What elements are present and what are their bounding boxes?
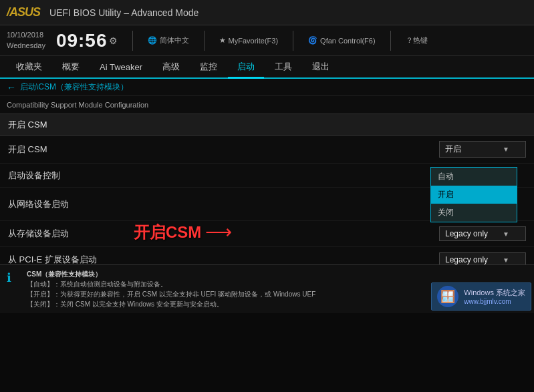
tab-ai-tweaker[interactable]: Ai Tweaker [90,58,152,76]
info-icon: ℹ [7,270,20,309]
section-header: 开启 CSM [0,114,534,136]
nav-tabs: 收藏夹 概要 Ai Tweaker 高级 监控 启动 工具 退出 [0,56,534,79]
setting-row-csm: 开启 CSM 开启 ▼ 自动 开启 关闭 [0,136,534,164]
watermark-title: Windows 系统之家 [464,288,525,298]
annotation-arrow-icon: ⟶ [205,221,232,243]
tab-tools[interactable]: 工具 [265,57,301,77]
dropdown-item-auto[interactable]: 自动 [431,168,517,186]
tab-monitor[interactable]: 监控 [190,57,227,77]
language-icon: 🌐 [148,36,157,45]
tab-exit[interactable]: 退出 [303,57,339,77]
dropdown-item-open[interactable]: 开启 [431,186,517,204]
tab-favorites[interactable]: 收藏夹 [7,57,51,77]
info-line2: 【开启】：为获得更好的兼容性，开启 CSM 以完全支持非 UEFI 驱动附加设备… [27,290,315,298]
watermark: 🪟 Windows 系统之家 www.bjjmlv.com [431,282,531,311]
info-line3: 【关闭】：关闭 CSM 以完全支持 Windows 安全更新与安全启动。 [27,301,223,308]
tab-overview[interactable]: 概要 [53,57,89,77]
divider4 [390,31,391,51]
divider3 [293,31,293,51]
time-display: 09:56 [56,30,108,51]
breadcrumb-text: 启动\CSM（兼容性支持模块） [20,81,128,93]
asus-logo: /ASUS [7,5,40,19]
qfan-button[interactable]: 🌀 Qfan Control(F6) [308,36,376,45]
pcie-dropdown-arrow-icon: ▼ [503,256,509,264]
tab-boot[interactable]: 启动 [228,57,264,79]
csm-dropdown-menu: 自动 开启 关闭 [430,167,517,222]
qfan-label: Qfan Control(F6) [320,37,376,45]
myfavorite-label: MyFavorite(F3) [229,37,279,45]
csm-dropdown-arrow-icon: ▼ [503,146,509,153]
boot-device-label: 启动设备控制 [8,170,439,182]
tab-advanced[interactable]: 高级 [153,57,189,77]
csm-value-dropdown[interactable]: 开启 ▼ 自动 开启 关闭 [439,141,526,158]
datetime-bar: 10/10/2018 Wednesday 09:56 ⚙ 🌐 简体中文 ★ My… [0,25,534,56]
myfavorite-button[interactable]: ★ MyFavorite(F3) [219,36,279,45]
csm-annotation-label: 开启CSM [134,222,201,243]
date-line1: 10/10/2018 [7,30,45,40]
info-line1: 【自动】：系统自动侦测启动设备与附加设备。 [27,280,167,288]
header-bar: /ASUS UEFI BIOS Utility – Advanced Mode [0,0,534,25]
storage-boot-dropdown[interactable]: Legacy only ▼ [439,226,526,241]
csm-annotation: 开启CSM ⟶ [134,221,232,243]
divider2 [204,31,205,51]
info-title: CSM（兼容性支持模块） [27,270,102,278]
storage-dropdown-arrow-icon: ▼ [503,230,509,238]
windows-icon: 🪟 [437,286,458,307]
language-selector[interactable]: 🌐 简体中文 [148,35,189,45]
pcie-boot-value: Legacy only [445,255,488,264]
back-arrow-icon[interactable]: ← [7,82,16,93]
subtitle-text: Compatibility Support Module Configurati… [7,101,148,109]
date-line2: Wednesday [7,41,45,51]
watermark-url: www.bjjmlv.com [464,298,525,305]
storage-boot-value: Legacy only [445,229,488,238]
gear-icon[interactable]: ⚙ [109,35,118,46]
language-label: 简体中文 [160,35,189,45]
fan-icon: 🌀 [308,36,317,45]
hotkey-label: ？热键 [406,35,428,45]
dropdown-item-close[interactable]: 关闭 [431,204,517,222]
csm-label: 开启 CSM [8,144,439,156]
setting-row-storage: 从存储设备启动 Legacy only ▼ [0,221,534,247]
bios-title: UEFI BIOS Utility – Advanced Mode [49,7,198,18]
section-title: 开启 CSM [8,120,47,130]
date-info: 10/10/2018 Wednesday [7,30,45,51]
subtitle-bar: Compatibility Support Module Configurati… [0,96,534,114]
divider [132,31,133,51]
star-icon: ★ [219,36,226,45]
hotkey-button[interactable]: ？热键 [406,35,428,45]
csm-current-value: 开启 [445,144,461,155]
main-content: 开启 CSM 开启 ▼ 自动 开启 关闭 启动设备控制 从网络设备启动 开启CS… [0,136,534,313]
breadcrumb-bar: ← 启动\CSM（兼容性支持模块） [0,79,534,96]
bottom-info-area: ℹ CSM（兼容性支持模块） 【自动】：系统自动侦测启动设备与附加设备。 【开启… [0,264,534,313]
